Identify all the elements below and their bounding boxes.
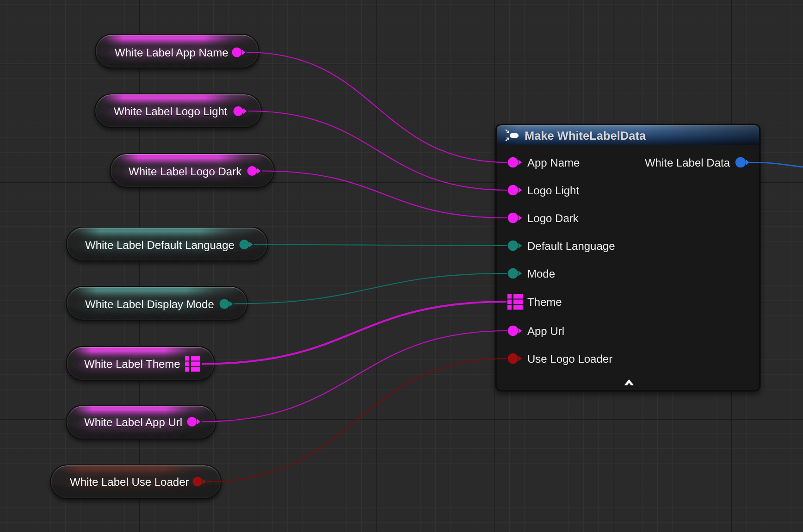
svg-text:Default Language: Default Language	[527, 240, 615, 253]
svg-text:White Label Default Language: White Label Default Language	[85, 239, 235, 252]
svg-text:Theme: Theme	[527, 296, 562, 309]
svg-text:White Label Logo Light: White Label Logo Light	[114, 105, 228, 118]
svg-text:White Label App Url: White Label App Url	[84, 416, 182, 429]
svg-text:White Label Use Loader: White Label Use Loader	[70, 476, 189, 489]
svg-text:White Label App Name: White Label App Name	[115, 47, 228, 59]
svg-text:Logo Light: Logo Light	[527, 185, 579, 197]
svg-text:White Label Data: White Label Data	[645, 157, 730, 169]
svg-text:Make WhiteLabelData: Make WhiteLabelData	[525, 130, 646, 142]
svg-text:Mode: Mode	[527, 268, 555, 280]
svg-text:Logo Dark: Logo Dark	[527, 212, 579, 225]
svg-text:App Url: App Url	[527, 325, 564, 338]
svg-text:App Name: App Name	[527, 157, 580, 169]
svg-text:White Label Logo Dark: White Label Logo Dark	[129, 166, 242, 178]
svg-text:White Label Display Mode: White Label Display Mode	[85, 298, 214, 311]
svg-text:Use Logo Loader: Use Logo Loader	[527, 353, 612, 365]
svg-text:White Label Theme: White Label Theme	[84, 358, 180, 371]
